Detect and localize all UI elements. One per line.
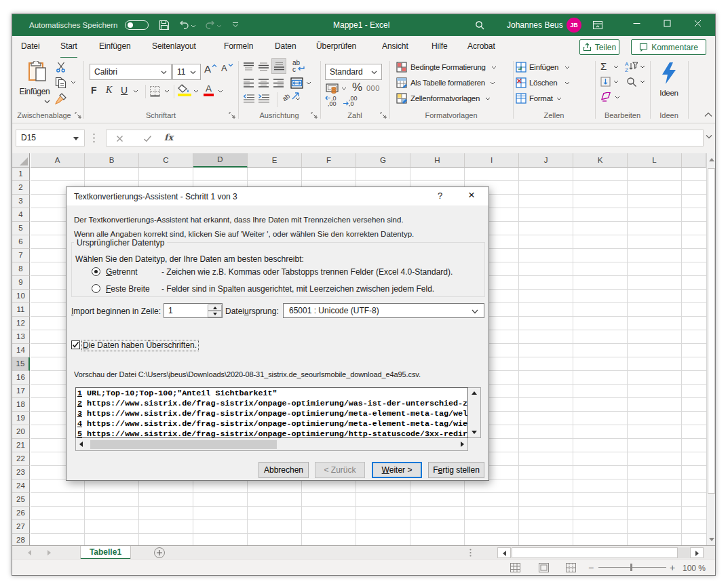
preview-vertical-scrollbar[interactable] <box>468 387 481 438</box>
row-header-16[interactable]: 16 <box>12 371 30 385</box>
font-launcher-icon[interactable] <box>229 112 235 119</box>
column-header-K[interactable]: K <box>573 153 628 168</box>
preview-horizontal-scrollbar[interactable] <box>75 438 468 451</box>
borders-button[interactable] <box>149 85 161 97</box>
back-button[interactable]: < Zurück <box>315 462 365 478</box>
row-header-23[interactable]: 23 <box>12 466 30 479</box>
headers-checkbox[interactable] <box>71 340 80 349</box>
paste-icon[interactable] <box>27 61 47 82</box>
ribbon-tab-acrobat[interactable]: Acrobat <box>467 36 495 58</box>
underline-dropdown-icon[interactable] <box>133 90 138 94</box>
ribbon-tab-start[interactable]: Start <box>60 36 77 58</box>
column-header-J[interactable]: J <box>519 153 573 168</box>
hscroll-left-button[interactable] <box>497 547 511 558</box>
radio-fixed-width[interactable] <box>92 284 100 293</box>
row-header-2[interactable]: 2 <box>12 181 30 195</box>
name-box-dropdown-icon[interactable] <box>73 137 79 140</box>
column-header-E[interactable]: E <box>248 153 302 168</box>
align-bottom-button[interactable] <box>271 58 286 74</box>
conditional-formatting-dropdown-icon[interactable] <box>491 66 497 70</box>
maximize-button[interactable] <box>657 14 677 32</box>
conditional-formatting-label[interactable]: Bedingte Formatierung <box>410 63 486 71</box>
format-cells-label[interactable]: Format <box>529 94 553 102</box>
redo-dropdown-icon[interactable] <box>216 24 222 28</box>
row-header-13[interactable]: 13 <box>12 330 30 344</box>
finish-button[interactable]: Fertig stellen <box>428 462 484 478</box>
row-header-27[interactable]: 27 <box>12 520 30 534</box>
shrink-font-button[interactable]: A <box>221 63 233 73</box>
close-button[interactable] <box>687 14 708 32</box>
wrap-text-button[interactable]: abc <box>292 60 305 73</box>
accounting-format-icon[interactable] <box>326 83 339 95</box>
format-as-table-label[interactable]: Als Tabelle formatieren <box>410 79 485 87</box>
import-row-spinner[interactable]: 1 <box>164 303 223 318</box>
preview-hscroll-thumb[interactable] <box>90 440 277 449</box>
fill-icon[interactable] <box>600 77 611 87</box>
find-select-dropdown-icon[interactable] <box>640 80 645 84</box>
ideas-icon[interactable] <box>661 62 677 85</box>
autosave-toggle[interactable] <box>125 20 149 30</box>
align-center-icon[interactable] <box>258 79 269 87</box>
borders-dropdown-icon[interactable] <box>164 90 170 94</box>
spinner-up-button[interactable] <box>208 305 222 311</box>
avatar[interactable]: JB <box>567 18 581 33</box>
hscroll-right-button[interactable] <box>690 547 704 558</box>
column-header-B[interactable]: B <box>85 153 139 168</box>
hscroll-thumb[interactable] <box>512 547 678 558</box>
ribbon-tab-hilfe[interactable]: Hilfe <box>432 36 448 58</box>
radio-delimited-label[interactable]: Getrennt <box>106 267 138 277</box>
spinner-down-button[interactable] <box>208 311 222 317</box>
formula-bar-drag-dots[interactable] <box>93 133 95 142</box>
ribbon-tab-formeln[interactable]: Formeln <box>224 36 253 58</box>
font-family-combo[interactable]: Calibri <box>90 64 172 80</box>
format-painter-icon[interactable] <box>55 92 67 104</box>
cut-icon[interactable] <box>56 62 66 73</box>
user-name[interactable]: Johannes Beus <box>507 20 563 30</box>
number-launcher-icon[interactable] <box>380 112 387 119</box>
font-color-dropdown-icon[interactable] <box>218 90 223 94</box>
increase-indent-icon[interactable] <box>258 94 269 104</box>
format-as-table-dropdown-icon[interactable] <box>490 81 495 85</box>
percent-style-button[interactable]: % <box>352 81 362 94</box>
conditional-formatting-icon[interactable] <box>396 62 407 73</box>
alignment-launcher-icon[interactable] <box>311 112 318 119</box>
insert-cells-label[interactable]: Einfügen <box>529 63 558 71</box>
column-header-D[interactable]: D <box>193 153 248 168</box>
font-size-combo[interactable]: 11 <box>172 64 201 80</box>
bold-button[interactable]: F <box>91 85 97 96</box>
clear-dropdown-icon[interactable] <box>615 96 620 100</box>
decrease-decimal-button[interactable]: ,00,0 <box>343 96 358 106</box>
paste-label[interactable]: Einfügen <box>14 87 56 96</box>
column-header-partial[interactable] <box>682 153 706 168</box>
sheet-tab-tabelle1[interactable]: Tabelle1 <box>80 546 131 560</box>
ribbon-tab-einfügen[interactable]: Einfügen <box>99 36 131 58</box>
file-origin-dropdown-icon[interactable] <box>472 309 478 314</box>
sort-filter-dropdown-icon[interactable] <box>640 65 645 69</box>
delete-cells-dropdown-icon[interactable] <box>564 81 570 85</box>
number-format-combo[interactable]: Standard <box>325 64 382 80</box>
new-sheet-button[interactable] <box>154 547 165 558</box>
fill-color-button[interactable] <box>178 84 191 95</box>
enter-entry-icon[interactable] <box>143 135 152 142</box>
redo-icon[interactable] <box>205 20 215 30</box>
formula-input-area[interactable]: fx <box>106 130 704 146</box>
find-select-icon[interactable] <box>626 77 637 87</box>
fill-color-dropdown-icon[interactable] <box>193 90 199 94</box>
clear-icon[interactable] <box>600 92 612 102</box>
file-preview-box[interactable]: 1 URL;Top-10;Top-100;"Anteil Sichtbarkei… <box>75 387 468 438</box>
column-header-I[interactable]: I <box>465 153 519 168</box>
accounting-dropdown-icon[interactable] <box>341 87 347 91</box>
insert-cells-icon[interactable] <box>516 62 526 73</box>
font-color-button[interactable]: A <box>204 83 214 94</box>
autosum-button[interactable]: Σ <box>600 60 607 72</box>
cell-styles-icon[interactable] <box>396 93 407 104</box>
headers-checkbox-label[interactable]: Die Daten haben Überschriften. <box>82 340 198 351</box>
save-icon[interactable] <box>159 20 170 31</box>
format-cells-dropdown-icon[interactable] <box>556 97 562 101</box>
column-header-C[interactable]: C <box>139 153 193 168</box>
sheet-prev-icon[interactable] <box>28 550 31 555</box>
column-header-H[interactable]: H <box>410 153 465 168</box>
minimize-button[interactable] <box>626 14 647 32</box>
column-header-G[interactable]: G <box>356 153 410 168</box>
name-box[interactable]: D15 <box>16 130 85 146</box>
